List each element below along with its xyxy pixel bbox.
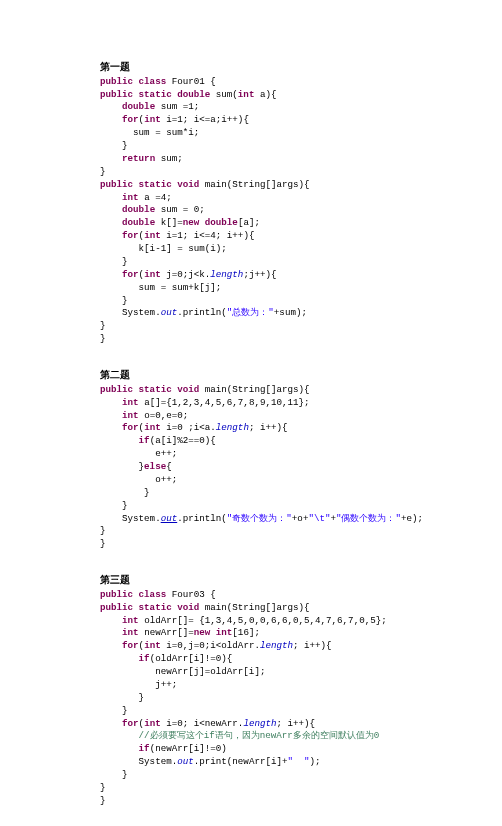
code-line: } (100, 782, 502, 795)
code-line: } (100, 295, 502, 308)
code-line: public static void main(String[]args){ (100, 384, 502, 397)
code-line: int o=0,e=0; (100, 410, 502, 423)
code-line: System.out.println("总数为："+sum); (100, 307, 502, 320)
code-line: } (100, 320, 502, 333)
code-line: sum = sum+k[j]; (100, 282, 502, 295)
page: 第一题 public class Four01 {public static d… (0, 0, 502, 826)
code-line: for(int i=1; i<=a;i++){ (100, 114, 502, 127)
code-line: double sum = 0; (100, 204, 502, 217)
code-line: for(int i=0,j=0;i<oldArr.length; i++){ (100, 640, 502, 653)
code-line: if(a[i]%2==0){ (100, 435, 502, 448)
code-line: if(newArr[i]!=0) (100, 743, 502, 756)
code-line: public class Four03 { (100, 589, 502, 602)
code-line: } (100, 769, 502, 782)
heading-3: 第三题 (100, 573, 502, 587)
code-line: }else{ (100, 461, 502, 474)
code-line: if(oldArr[i]!=0){ (100, 653, 502, 666)
code-line: } (100, 692, 502, 705)
code-line: for(int j=0;j<k.length;j++){ (100, 269, 502, 282)
code-line: public static void main(String[]args){ (100, 602, 502, 615)
code-line: int a =4; (100, 192, 502, 205)
code-line: public static void main(String[]args){ (100, 179, 502, 192)
code-line: newArr[j]=oldArr[i]; (100, 666, 502, 679)
code-3: public class Four03 {public static void … (100, 589, 502, 808)
code-2: public static void main(String[]args){ i… (100, 384, 502, 551)
code-line: System.out.print(newArr[i]+" "); (100, 756, 502, 769)
code-line: sum = sum*i; (100, 127, 502, 140)
code-line: } (100, 538, 502, 551)
code-line: } (100, 166, 502, 179)
code-line: return sum; (100, 153, 502, 166)
code-line: for(int i=1; i<=4; i++){ (100, 230, 502, 243)
code-line: e++; (100, 448, 502, 461)
code-line: int a[]={1,2,3,4,5,6,7,8,9,10,11}; (100, 397, 502, 410)
code-line: System.out.println("奇数个数为："+o+"\t"+"偶数个数… (100, 513, 502, 526)
code-line: public static double sum(int a){ (100, 89, 502, 102)
code-line: } (100, 795, 502, 808)
section-2: 第二题 public static void main(String[]args… (100, 368, 502, 551)
section-3: 第三题 public class Four03 {public static v… (100, 573, 502, 808)
code-1: public class Four01 {public static doubl… (100, 76, 502, 346)
code-line: } (100, 705, 502, 718)
code-line: for(int i=0; i<newArr.length; i++){ (100, 718, 502, 731)
code-line: int oldArr[]= {1,3,4,5,0,0,6,6,0,5,4,7,6… (100, 615, 502, 628)
code-line: o++; (100, 474, 502, 487)
code-line: double k[]=new double[a]; (100, 217, 502, 230)
code-line: } (100, 256, 502, 269)
code-line: public class Four01 { (100, 76, 502, 89)
code-line: k[i-1] = sum(i); (100, 243, 502, 256)
code-line: //必须要写这个if语句，因为newArr多余的空间默认值为0 (100, 730, 502, 743)
code-line: double sum =1; (100, 101, 502, 114)
heading-1: 第一题 (100, 60, 502, 74)
section-1: 第一题 public class Four01 {public static d… (100, 60, 502, 346)
code-line: } (100, 487, 502, 500)
code-line: int newArr[]=new int[16]; (100, 627, 502, 640)
code-line: } (100, 500, 502, 513)
code-line: j++; (100, 679, 502, 692)
code-line: for(int i=0 ;i<a.length; i++){ (100, 422, 502, 435)
code-line: } (100, 525, 502, 538)
heading-2: 第二题 (100, 368, 502, 382)
code-line: } (100, 333, 502, 346)
code-line: } (100, 140, 502, 153)
